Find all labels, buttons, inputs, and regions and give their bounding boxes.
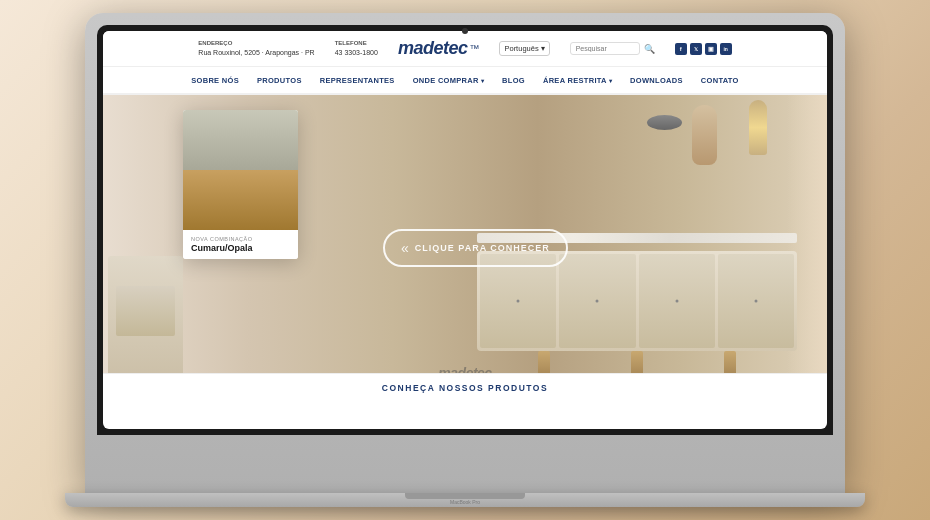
phone-block: TELEFONE 43 3303-1800: [335, 40, 378, 57]
screen-bezel: ENDEREÇO Rua Rouxinol, 5205 · Arapongas …: [97, 25, 833, 435]
product-card-info: NOVA COMBINAÇÃO Cumaru/Opala: [183, 230, 298, 259]
cabinet-drawer: [116, 286, 175, 336]
address-block: ENDEREÇO Rua Rouxinol, 5205 · Arapongas …: [198, 40, 314, 57]
nav-item-area-restrita[interactable]: ÁREA RESTRITA: [543, 76, 612, 85]
logo-text: madetec: [398, 38, 468, 59]
nav-item-contato[interactable]: CONTATO: [701, 76, 739, 85]
product-card[interactable]: NOVA COMBINAÇÃO Cumaru/Opala: [183, 110, 298, 259]
search-icon[interactable]: 🔍: [644, 44, 655, 54]
camera: [462, 28, 468, 34]
instagram-icon[interactable]: ▣: [705, 43, 717, 55]
facebook-icon[interactable]: f: [675, 43, 687, 55]
hero-section: NOVA COMBINAÇÃO Cumaru/Opala « CLIQUE PA…: [103, 95, 827, 401]
nav-item-downloads[interactable]: DOWNLOADS: [630, 76, 683, 85]
cta-button[interactable]: « CLIQUE PARA CONHECER: [383, 229, 568, 267]
product-card-color-top: [183, 110, 298, 170]
nav-item-representantes[interactable]: REPRESENTANTES: [320, 76, 395, 85]
logo-icon: ™: [469, 43, 479, 54]
address-label: ENDEREÇO: [198, 40, 314, 48]
screen-content: ENDEREÇO Rua Rouxinol, 5205 · Arapongas …: [103, 31, 827, 429]
double-arrow-left-icon: «: [401, 240, 409, 256]
phone-value: 43 3303-1800: [335, 48, 378, 57]
language-text: Português: [504, 44, 538, 53]
nav-item-produtos[interactable]: PRODUTOS: [257, 76, 302, 85]
cabinet-left: [108, 256, 183, 376]
language-selector[interactable]: Português ▾: [499, 41, 549, 56]
laptop-model-text: MacBook Pro: [450, 499, 480, 505]
top-info-bar: ENDEREÇO Rua Rouxinol, 5205 · Arapongas …: [103, 31, 827, 67]
logo-area[interactable]: madetec ™: [398, 38, 480, 59]
cta-button-text: CLIQUE PARA CONHECER: [415, 243, 550, 253]
linkedin-icon[interactable]: in: [720, 43, 732, 55]
nav-item-onde-comprar[interactable]: ONDE COMPRAR: [413, 76, 484, 85]
laptop-container: ENDEREÇO Rua Rouxinol, 5205 · Arapongas …: [65, 13, 865, 507]
nav-bar: SOBRE NÓS PRODUTOS REPRESENTANTES ONDE C…: [103, 67, 827, 95]
lamp-decoration: [749, 100, 767, 155]
twitter-icon[interactable]: 𝕏: [690, 43, 702, 55]
address-value: Rua Rouxinol, 5205 · Arapongas · PR: [198, 48, 314, 57]
product-card-color-bottom: [183, 170, 298, 230]
product-title: Cumaru/Opala: [191, 243, 290, 253]
bottom-cta-bar[interactable]: CONHEÇA NOSSOS PRODUTOS: [103, 373, 827, 401]
bottom-cta-text: CONHEÇA NOSSOS PRODUTOS: [382, 383, 548, 393]
product-subtitle: NOVA COMBINAÇÃO: [191, 236, 290, 242]
phone-label: TELEFONE: [335, 40, 378, 48]
search-area: 🔍: [570, 42, 655, 55]
chevron-down-icon: ▾: [541, 44, 545, 53]
search-input[interactable]: [570, 42, 640, 55]
laptop-screen-shell: ENDEREÇO Rua Rouxinol, 5205 · Arapongas …: [85, 13, 845, 493]
laptop-base: MacBook Pro: [65, 493, 865, 507]
panel-2: [559, 254, 635, 348]
bowl-decoration: [647, 115, 682, 130]
vase-decoration: [692, 105, 717, 165]
social-icons-group: f 𝕏 ▣ in: [675, 43, 732, 55]
panel-4: [718, 254, 794, 348]
panel-3: [639, 254, 715, 348]
nav-item-sobre-nos[interactable]: SOBRE NÓS: [191, 76, 239, 85]
panel-1: [480, 254, 556, 348]
nav-item-blog[interactable]: BLOG: [502, 76, 525, 85]
